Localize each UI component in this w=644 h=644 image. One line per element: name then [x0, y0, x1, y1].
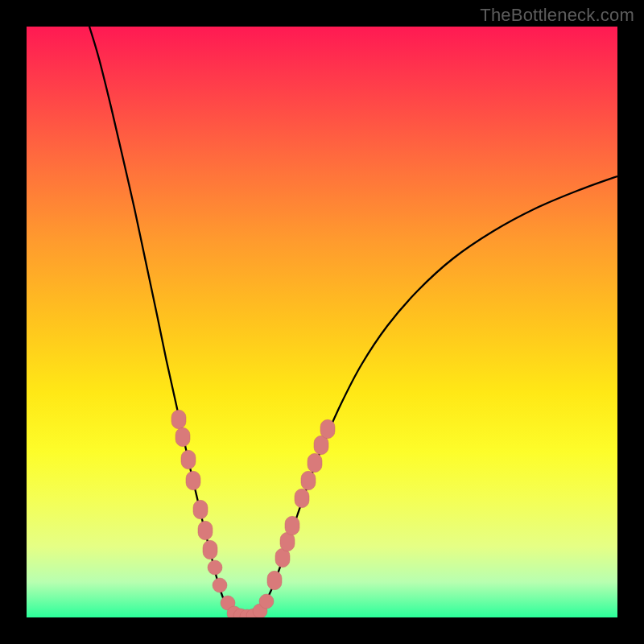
left-curve — [89, 27, 246, 617]
data-dot — [171, 410, 186, 428]
data-dot — [259, 594, 274, 609]
data-dot — [320, 419, 335, 438]
data-dot — [181, 450, 196, 469]
chart-svg — [27, 27, 617, 617]
data-dot — [267, 571, 282, 589]
data-dot — [198, 521, 213, 539]
data-dot — [208, 560, 222, 575]
watermark-text: TheBottleneck.com — [480, 5, 634, 26]
right-curve — [246, 176, 617, 617]
data-dot — [213, 578, 227, 592]
data-dot — [175, 427, 190, 446]
frame: TheBottleneck.com — [0, 0, 644, 644]
data-dot — [308, 453, 322, 472]
data-dot — [193, 500, 208, 518]
data-dot — [186, 471, 200, 489]
dot-layer — [171, 410, 335, 617]
data-dot — [314, 436, 328, 454]
data-dot — [295, 489, 309, 507]
curve-group — [89, 27, 617, 617]
data-dot — [203, 540, 217, 559]
data-dot — [285, 516, 299, 535]
plot-area — [27, 27, 617, 617]
data-dot — [301, 471, 316, 489]
